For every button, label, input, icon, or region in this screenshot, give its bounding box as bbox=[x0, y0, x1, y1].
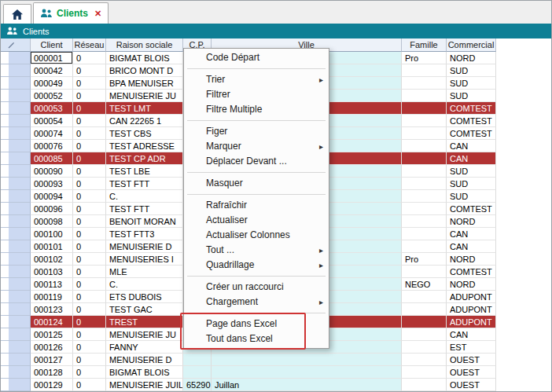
cell-client[interactable]: 000049 bbox=[31, 77, 73, 90]
cell-reseau[interactable]: 0 bbox=[73, 215, 106, 228]
cell-famille[interactable] bbox=[402, 303, 447, 316]
cell-raison[interactable]: C. bbox=[106, 190, 183, 203]
cell-raison[interactable]: CAN 22265 1 bbox=[106, 115, 183, 127]
cell-client[interactable]: 000100 bbox=[31, 228, 73, 240]
cell-raison[interactable]: FANNY bbox=[106, 341, 183, 354]
cell-raison[interactable]: MENUISERIE JUILLANAIS bbox=[106, 379, 183, 391]
row-selector[interactable] bbox=[1, 140, 31, 152]
cell-famille[interactable] bbox=[402, 354, 447, 366]
menu-item-actualiser[interactable]: Actualiser bbox=[184, 213, 329, 228]
cell-famille[interactable] bbox=[402, 240, 447, 253]
cell-raison[interactable]: MENUISERIES I bbox=[106, 253, 183, 266]
cell-reseau[interactable]: 0 bbox=[73, 328, 106, 341]
tab-clients[interactable]: Clients ✕ bbox=[33, 2, 109, 24]
cell-commercial[interactable]: NORD bbox=[447, 215, 496, 228]
menu-item-quadrillage[interactable]: Quadrillage▸ bbox=[184, 258, 329, 273]
cell-raison[interactable]: BIGMAT BLOIS bbox=[106, 52, 183, 64]
cell-client[interactable]: 000074 bbox=[31, 127, 73, 140]
cell-client[interactable]: 000090 bbox=[31, 165, 73, 178]
cell-reseau[interactable]: 0 bbox=[73, 190, 106, 203]
cell-raison[interactable]: TEST ADRESSE bbox=[106, 140, 183, 152]
cell-raison[interactable]: TREST bbox=[106, 316, 183, 328]
cell-commercial[interactable]: CAN bbox=[447, 228, 496, 240]
cell-client[interactable]: 000123 bbox=[31, 303, 73, 316]
cell-raison[interactable]: BIGMAT BLOIS bbox=[106, 366, 183, 379]
cell-famille[interactable] bbox=[402, 178, 447, 190]
cell-commercial[interactable]: CAN bbox=[447, 240, 496, 253]
cell-reseau[interactable]: 0 bbox=[73, 140, 106, 152]
row-selector[interactable] bbox=[1, 203, 31, 215]
cell-client[interactable]: 000129 bbox=[31, 379, 73, 391]
cell-client[interactable]: 000042 bbox=[31, 64, 73, 77]
tab-home[interactable] bbox=[3, 4, 31, 24]
cell-famille[interactable] bbox=[402, 190, 447, 203]
row-selector[interactable] bbox=[1, 316, 31, 328]
cell-reseau[interactable]: 0 bbox=[73, 303, 106, 316]
cell-famille[interactable] bbox=[402, 203, 447, 215]
cell-reseau[interactable]: 0 bbox=[73, 165, 106, 178]
cell-famille[interactable] bbox=[402, 366, 447, 379]
cell-client[interactable]: 000119 bbox=[31, 291, 73, 303]
cell-famille[interactable] bbox=[402, 328, 447, 341]
cell-commercial[interactable]: COMTEST bbox=[447, 266, 496, 278]
cell-reseau[interactable]: 0 bbox=[73, 178, 106, 190]
cell-commercial[interactable]: OUEST bbox=[447, 366, 496, 379]
menu-item-chargement[interactable]: Chargement▸ bbox=[184, 295, 329, 310]
cell-raison[interactable]: TEST CP ADR bbox=[106, 152, 183, 165]
menu-item-d-placer-devant[interactable]: Déplacer Devant ... bbox=[184, 154, 329, 169]
cell-commercial[interactable]: COMTEST bbox=[447, 127, 496, 140]
cell-commercial[interactable]: CAN bbox=[447, 328, 496, 341]
cell-famille[interactable] bbox=[402, 115, 447, 127]
cell-reseau[interactable]: 0 bbox=[73, 266, 106, 278]
cell-reseau[interactable]: 0 bbox=[73, 291, 106, 303]
cell-raison[interactable]: TEST LMT bbox=[106, 102, 183, 115]
cell-commercial[interactable]: SUD bbox=[447, 190, 496, 203]
cell-reseau[interactable]: 0 bbox=[73, 203, 106, 215]
cell-client[interactable]: 000085 bbox=[31, 152, 73, 165]
cell-client[interactable]: 000102 bbox=[31, 253, 73, 266]
cell-commercial[interactable]: COMTEST bbox=[447, 115, 496, 127]
cell-client[interactable]: 000128 bbox=[31, 366, 73, 379]
cell-commercial[interactable]: EST bbox=[447, 341, 496, 354]
cell-raison[interactable]: MENUISERIE JU bbox=[106, 90, 183, 102]
cell-client[interactable]: 000052 bbox=[31, 90, 73, 102]
menu-item-masquer[interactable]: Masquer bbox=[184, 176, 329, 191]
column-header-client[interactable]: Client bbox=[31, 38, 73, 52]
cell-reseau[interactable]: 0 bbox=[73, 102, 106, 115]
cell-famille[interactable] bbox=[402, 102, 447, 115]
cell-cp[interactable] bbox=[183, 354, 212, 366]
cell-reseau[interactable]: 0 bbox=[73, 77, 106, 90]
cell-famille[interactable] bbox=[402, 64, 447, 77]
table-row[interactable]: 0001280BIGMAT BLOISOUEST bbox=[1, 366, 552, 379]
row-selector[interactable] bbox=[1, 354, 31, 366]
cell-reseau[interactable]: 0 bbox=[73, 366, 106, 379]
cell-commercial[interactable]: CAN bbox=[447, 152, 496, 165]
cell-raison[interactable]: C. bbox=[106, 278, 183, 291]
close-icon[interactable]: ✕ bbox=[94, 9, 101, 19]
cell-famille[interactable] bbox=[402, 77, 447, 90]
cell-reseau[interactable]: 0 bbox=[73, 240, 106, 253]
row-selector[interactable] bbox=[1, 77, 31, 90]
cell-ville[interactable] bbox=[212, 366, 402, 379]
cell-famille[interactable] bbox=[402, 127, 447, 140]
cell-reseau[interactable]: 0 bbox=[73, 278, 106, 291]
row-selector[interactable] bbox=[1, 215, 31, 228]
cell-client[interactable]: 000076 bbox=[31, 140, 73, 152]
cell-client[interactable]: 000054 bbox=[31, 115, 73, 127]
cell-commercial[interactable]: CAN bbox=[447, 140, 496, 152]
cell-reseau[interactable]: 0 bbox=[73, 228, 106, 240]
menu-item-tout[interactable]: Tout ...▸ bbox=[184, 243, 329, 258]
row-selector[interactable] bbox=[1, 240, 31, 253]
cell-famille[interactable] bbox=[402, 215, 447, 228]
cell-famille[interactable] bbox=[402, 90, 447, 102]
cell-reseau[interactable]: 0 bbox=[73, 253, 106, 266]
cell-raison[interactable]: MLE bbox=[106, 266, 183, 278]
menu-item-filtre-multiple[interactable]: Filtre Multiple bbox=[184, 102, 329, 117]
cell-raison[interactable]: BRICO MONT D bbox=[106, 64, 183, 77]
cell-client[interactable]: 000113 bbox=[31, 278, 73, 291]
row-selector[interactable] bbox=[1, 291, 31, 303]
menu-item-rafra-chir[interactable]: Rafraîchir bbox=[184, 198, 329, 213]
cell-famille[interactable]: Pro bbox=[402, 253, 447, 266]
cell-raison[interactable]: MENUISERIE D bbox=[106, 354, 183, 366]
cell-commercial[interactable]: NORD bbox=[447, 52, 496, 64]
